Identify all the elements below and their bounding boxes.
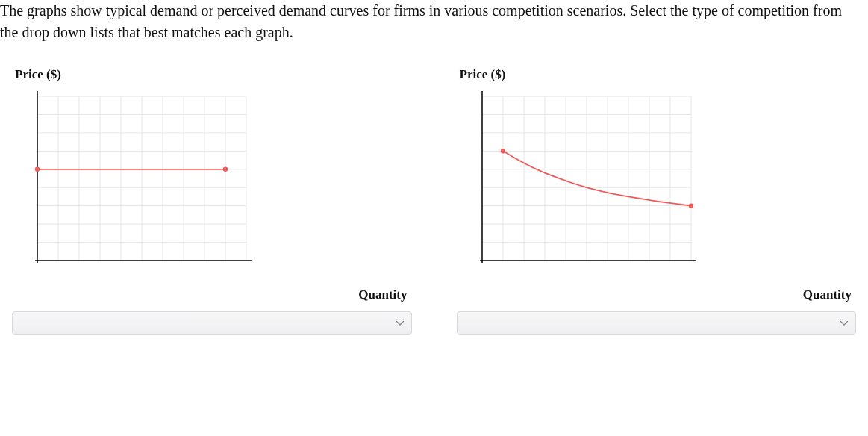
chart-left-svg [30,89,254,275]
chart-left [30,89,412,281]
y-axis-label-left: Price ($) [15,66,412,84]
chart-cell-left: Price ($) [12,66,412,335]
chart-cell-right: Price ($) [457,66,857,335]
y-axis-label-right: Price ($) [460,66,857,84]
x-axis-label-left: Quantity [12,286,408,305]
chevron-down-icon [396,321,404,326]
prompt-text: The graphs show typical demand or percei… [0,0,868,43]
chart-left-axes [35,91,252,263]
svg-point-45 [500,149,505,153]
page: The graphs show typical demand or percei… [0,0,868,350]
chart-right-axes [480,91,696,263]
x-axis-label-right: Quantity [457,286,852,305]
chart-right [475,89,857,281]
charts-row: Price ($) [0,66,868,335]
chart-right-svg [475,89,699,275]
chart-right-grid [482,96,691,261]
chart-left-grid [37,96,246,261]
chevron-down-icon [840,321,848,326]
svg-point-22 [35,166,40,171]
competition-type-select-right[interactable] [457,311,857,335]
competition-type-select-left[interactable] [12,311,412,335]
svg-point-23 [223,166,228,171]
svg-point-46 [688,203,693,208]
chart-right-series [500,149,693,208]
chart-left-series [35,166,228,171]
